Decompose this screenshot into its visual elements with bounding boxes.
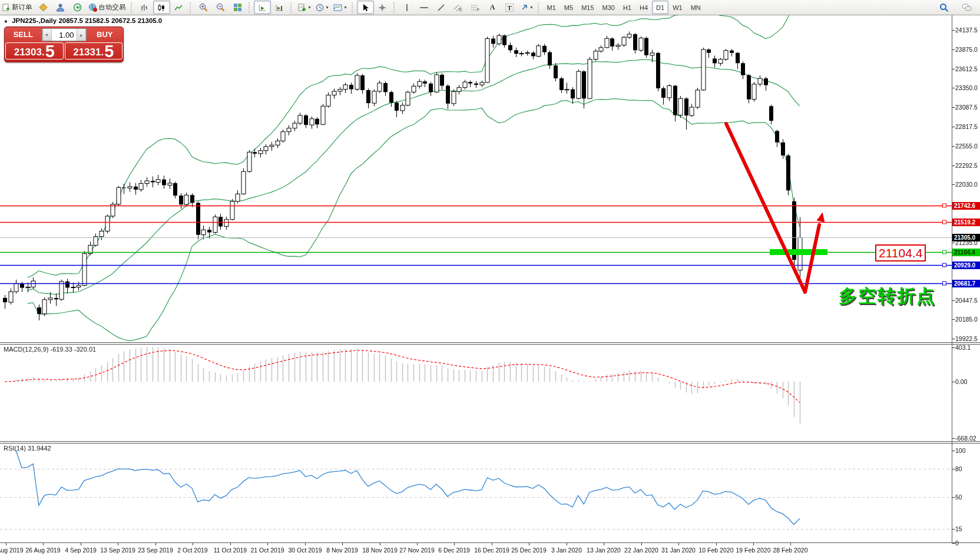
svg-text:E: E <box>459 8 462 12</box>
buy-button[interactable]: BUY <box>87 27 124 42</box>
line-chart-button[interactable] <box>170 1 187 14</box>
buy-price: 21331. <box>73 47 104 58</box>
buy-price-pips: 5 <box>104 44 114 58</box>
label-button[interactable]: T <box>501 1 518 14</box>
trendline-icon <box>437 4 445 12</box>
chat-button[interactable] <box>958 1 975 14</box>
volume-increase-button[interactable]: ▴ <box>77 29 86 41</box>
indicators-button[interactable]: ▾ <box>296 1 313 14</box>
sell-button[interactable]: SELL <box>5 27 42 42</box>
sell-price-pips: 5 <box>45 44 55 58</box>
toolbar-grip <box>190 2 193 13</box>
search-icon <box>939 3 949 12</box>
timeframe-button-w1[interactable]: W1 <box>668 1 687 14</box>
text-tool-icon: A <box>490 3 495 12</box>
timeframe-button-m15[interactable]: M15 <box>577 1 598 14</box>
candlestick-chart-button[interactable] <box>153 1 170 14</box>
horizontal-line-icon <box>419 4 429 12</box>
data-window-button[interactable] <box>52 1 69 14</box>
periods-button[interactable]: ▾ <box>313 1 331 14</box>
horizontal-line-button[interactable] <box>416 1 433 14</box>
toolbar: 新订单 自动交易 <box>0 0 980 15</box>
clock-icon <box>316 4 324 12</box>
sell-price-button[interactable]: 21303. 5 <box>5 42 64 59</box>
zoom-in-icon <box>199 3 208 12</box>
autoscroll-button[interactable] <box>254 1 271 14</box>
channel-button[interactable]: E <box>450 1 467 14</box>
vertical-line-button[interactable] <box>399 1 416 14</box>
template-icon <box>333 4 342 12</box>
buy-price-button[interactable]: 21331. 5 <box>65 42 123 59</box>
trendline-button[interactable] <box>433 1 450 14</box>
symbol-period: JPN225-,Daily <box>12 17 57 24</box>
autotrading-label: 自动交易 <box>99 3 126 12</box>
volume-stepper: ▾ 1.00 ▴ <box>42 28 87 41</box>
search-button[interactable] <box>935 1 952 14</box>
line-chart-icon <box>174 4 183 12</box>
toolbar-grip <box>290 2 294 13</box>
chart-shift-icon <box>275 4 284 12</box>
new-order-button[interactable]: 新订单 <box>0 1 35 14</box>
dropdown-caret: ▾ <box>309 5 311 10</box>
crosshair-button[interactable] <box>374 1 391 14</box>
bar-chart-icon <box>140 4 148 12</box>
volume-value[interactable]: 1.00 <box>52 29 77 41</box>
templates-button[interactable]: ▾ <box>331 1 349 14</box>
tile-windows-button[interactable] <box>229 1 246 14</box>
cursor-button[interactable] <box>357 1 374 14</box>
chart-shift-button[interactable] <box>271 1 288 14</box>
dropdown-caret: ▾ <box>345 5 347 10</box>
candlestick-icon <box>157 4 165 12</box>
timeframe-button-m1[interactable]: M1 <box>543 1 560 14</box>
zoom-out-icon <box>216 3 225 12</box>
crosshair-icon <box>378 4 386 12</box>
collapse-icon: ▲ <box>4 18 8 24</box>
fibonacci-button[interactable]: F <box>467 1 484 14</box>
autoscroll-icon <box>258 4 267 12</box>
quotes-button[interactable] <box>35 1 52 14</box>
text-button[interactable]: A <box>484 1 501 14</box>
timeframe-button-m5[interactable]: M5 <box>560 1 577 14</box>
one-click-trading-panel: SELL ▾ 1.00 ▴ BUY 21303. 5 21331. 5 <box>4 27 124 62</box>
chart-title: ▲ JPN225-,Daily 20857.5 21582.5 20672.5 … <box>4 17 162 24</box>
toolbar-grip <box>352 2 355 13</box>
tile-windows-icon <box>233 3 242 12</box>
toolbar-grip <box>249 2 252 13</box>
volume-decrease-button[interactable]: ▾ <box>42 29 52 41</box>
arrows-button[interactable]: ▾ <box>518 1 535 14</box>
svg-text:F: F <box>477 8 479 12</box>
signals-button[interactable] <box>69 1 86 14</box>
timeframe-group: M1M5M15M30H1H4D1W1MN <box>543 1 705 14</box>
macd-label: MACD(12,26,9) -619.33 -320.01 <box>4 346 96 353</box>
person-icon <box>56 3 65 12</box>
arrows-tool-icon <box>521 4 528 11</box>
bar-chart-button[interactable] <box>136 1 153 14</box>
dropdown-caret: ▾ <box>326 5 329 10</box>
chart-canvas[interactable] <box>0 0 980 556</box>
timeframe-button-d1[interactable]: D1 <box>652 1 668 14</box>
timeframe-button-h1[interactable]: H1 <box>619 1 635 14</box>
zoom-out-button[interactable] <box>212 1 229 14</box>
autotrading-icon <box>88 3 97 12</box>
toolbar-grip <box>538 2 541 13</box>
timeframe-button-mn[interactable]: MN <box>687 1 705 14</box>
ohlc-values: 20857.5 21582.5 20672.5 21305.0 <box>58 17 162 24</box>
vertical-line-icon <box>404 4 410 12</box>
dropdown-caret: ▾ <box>531 5 533 10</box>
timeframe-button-h4[interactable]: H4 <box>635 1 652 14</box>
chat-icon <box>962 3 972 12</box>
indicators-icon <box>298 4 306 12</box>
price-annotation-box: 21104.4 <box>875 244 926 262</box>
timeframe-button-m30[interactable]: M30 <box>598 1 619 14</box>
broadcast-icon <box>73 3 82 12</box>
channel-icon: E <box>453 4 463 12</box>
zoom-in-button[interactable] <box>195 1 212 14</box>
mt4-window: 新订单 自动交易 <box>0 0 980 556</box>
new-order-icon <box>2 4 10 11</box>
toolbar-grip <box>393 2 397 13</box>
autotrading-button[interactable]: 自动交易 <box>86 1 128 14</box>
new-order-label: 新订单 <box>12 3 32 12</box>
label-tool-icon: T <box>505 4 513 12</box>
fibonacci-icon: F <box>471 4 480 12</box>
rsi-label: RSI(14) 31.9442 <box>4 445 51 452</box>
